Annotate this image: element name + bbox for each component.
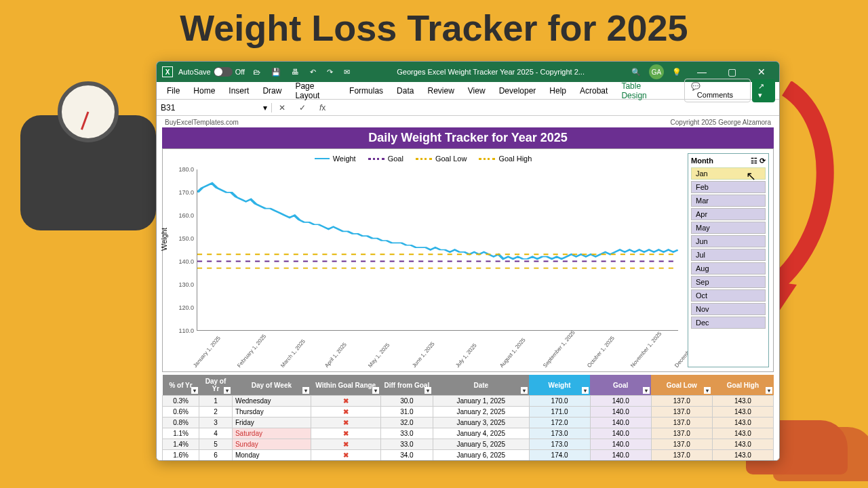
- slicer-title: Month: [691, 157, 713, 165]
- tab-insert[interactable]: Insert: [222, 83, 255, 98]
- y-axis-ticks: 110.0120.0130.0140.0150.0160.0170.0180.0: [175, 169, 195, 331]
- tab-data[interactable]: Data: [391, 83, 420, 98]
- filter-dropdown-icon[interactable]: ▾: [191, 387, 198, 394]
- table-row[interactable]: 1.1%4Saturday✖33.0January 4, 2025173.014…: [163, 428, 774, 439]
- comments-button[interactable]: 💬 Comments: [684, 79, 751, 102]
- month-slicer: Month ☷ ⟳ JanFebMarAprMayJunJulAugSepOct…: [688, 153, 769, 367]
- filter-dropdown-icon[interactable]: ▾: [521, 387, 528, 394]
- table-row[interactable]: 1.6%6Monday✖34.0January 6, 2025174.0140.…: [163, 450, 774, 461]
- tab-help[interactable]: Help: [543, 83, 572, 98]
- slicer-item-may[interactable]: May: [691, 222, 766, 234]
- filter-dropdown-icon[interactable]: ▾: [302, 387, 309, 394]
- copyright-text: Copyright 2025 George Alzamora: [671, 119, 771, 126]
- col-diff[interactable]: Diff from Goal▾: [380, 375, 433, 396]
- slicer-item-jul[interactable]: Jul: [691, 249, 766, 261]
- col-goal[interactable]: Goal▾: [590, 375, 651, 396]
- search-icon[interactable]: 🔍: [629, 66, 644, 78]
- slicer-item-feb[interactable]: Feb: [691, 181, 766, 193]
- clear-filter-icon[interactable]: ⟳: [760, 157, 766, 165]
- redo-icon[interactable]: ↷: [324, 66, 336, 78]
- lightbulb-icon[interactable]: 💡: [669, 66, 684, 78]
- open-icon[interactable]: 🗁: [250, 66, 263, 77]
- data-table: % of Yr▾Day of Yr▾Day of Week▾Within Goa…: [162, 375, 774, 460]
- col-pct[interactable]: % of Yr▾: [163, 375, 199, 396]
- maximize-button[interactable]: ▢: [719, 66, 744, 77]
- excel-window: X AutoSave Off 🗁 💾 🖶 ↶ ↷ ✉ Georges Excel…: [156, 61, 780, 461]
- col-within[interactable]: Within Goal Range▾: [311, 375, 380, 396]
- filter-dropdown-icon[interactable]: ▾: [372, 387, 379, 394]
- slicer-item-mar[interactable]: Mar: [691, 195, 766, 207]
- filter-dropdown-icon[interactable]: ▾: [582, 387, 589, 394]
- autosave-state: Off: [235, 68, 245, 76]
- save-icon[interactable]: 💾: [269, 66, 283, 78]
- chart-legend: Weight Goal Goal Low Goal High: [167, 152, 679, 165]
- send-icon[interactable]: ✉: [341, 66, 353, 78]
- chart-area[interactable]: Weight Goal Goal Low Goal High Weight 11…: [163, 149, 684, 371]
- share-button[interactable]: ↗ ▾: [752, 79, 775, 102]
- slicer-item-sep[interactable]: Sep: [691, 276, 766, 288]
- col-dow[interactable]: Day of Week▾: [232, 375, 311, 396]
- filter-dropdown-icon[interactable]: ▾: [704, 387, 711, 394]
- worksheet[interactable]: BuyExcelTemplates.com Copyright 2025 Geo…: [157, 116, 779, 460]
- cancel-formula-icon[interactable]: ✕: [272, 103, 292, 113]
- name-box[interactable]: B31▾: [157, 103, 272, 113]
- undo-icon[interactable]: ↶: [307, 66, 319, 78]
- slicer-item-aug[interactable]: Aug: [691, 262, 766, 274]
- autosave-label: AutoSave: [178, 68, 211, 76]
- excel-logo-icon: X: [162, 66, 173, 77]
- slicer-item-oct[interactable]: Oct: [691, 289, 766, 302]
- tab-developer[interactable]: Developer: [493, 83, 542, 98]
- slicer-item-dec[interactable]: Dec: [691, 317, 766, 329]
- table-row[interactable]: 0.3%1Wednesday✖30.0January 1, 2025170.01…: [163, 396, 774, 407]
- fx-icon[interactable]: fx: [313, 103, 332, 113]
- hero-title: Weight Loss Tracker for 2025: [0, 7, 868, 49]
- filter-dropdown-icon[interactable]: ▾: [425, 387, 431, 394]
- slicer-item-nov[interactable]: Nov: [691, 303, 766, 315]
- tab-draw[interactable]: Draw: [256, 83, 288, 98]
- tab-formulas[interactable]: Formulas: [343, 83, 389, 98]
- filter-dropdown-icon[interactable]: ▾: [224, 387, 231, 394]
- tab-acrobat[interactable]: Acrobat: [574, 83, 614, 98]
- filter-dropdown-icon[interactable]: ▾: [643, 387, 650, 394]
- tab-view[interactable]: View: [462, 83, 492, 98]
- print-icon[interactable]: 🖶: [289, 66, 302, 77]
- col-weight[interactable]: Weight▾: [529, 375, 590, 396]
- multiselect-icon[interactable]: ☷: [751, 157, 757, 165]
- formula-bar: B31▾ ✕ ✓ fx: [157, 100, 779, 116]
- slicer-item-apr[interactable]: Apr: [691, 208, 766, 220]
- avatar[interactable]: GA: [649, 64, 664, 79]
- scale-illustration: [20, 81, 156, 230]
- filter-dropdown-icon[interactable]: ▾: [766, 387, 772, 394]
- col-day[interactable]: Day of Yr▾: [199, 375, 233, 396]
- chart-title: Daily Weight Tracker for Year 2025: [162, 127, 774, 148]
- y-axis-label: Weight: [160, 228, 168, 251]
- document-title: Georges Excel Weight Tracker Year 2025 -…: [358, 68, 623, 76]
- table-row[interactable]: 0.8%3Friday✖32.0January 3, 2025172.0140.…: [163, 418, 774, 428]
- ribbon-tabs: File Home Insert Draw Page Layout Formul…: [157, 82, 779, 100]
- x-axis-ticks: January 1, 2025February 1, 2025March 1, …: [197, 332, 678, 371]
- slicer-item-jun[interactable]: Jun: [691, 235, 766, 247]
- tab-review[interactable]: Review: [421, 83, 460, 98]
- slicer-item-jan[interactable]: Jan: [691, 167, 766, 180]
- col-date[interactable]: Date▾: [433, 375, 529, 396]
- close-button[interactable]: ✕: [749, 66, 774, 77]
- autosave-toggle[interactable]: [214, 67, 233, 77]
- chart-plot: [197, 169, 678, 331]
- minimize-button[interactable]: —: [690, 66, 714, 77]
- col-high[interactable]: Goal High▾: [712, 375, 773, 396]
- table-row[interactable]: 1.4%5Sunday✖33.0January 5, 2025173.0140.…: [163, 439, 774, 450]
- table-row[interactable]: 0.6%2Thursday✖31.0January 2, 2025171.014…: [163, 407, 774, 418]
- tab-file[interactable]: File: [161, 83, 186, 98]
- site-link: BuyExcelTemplates.com: [165, 119, 239, 126]
- tab-home[interactable]: Home: [187, 83, 221, 98]
- chevron-down-icon: ▾: [263, 103, 267, 113]
- enter-formula-icon[interactable]: ✓: [292, 103, 313, 113]
- col-low[interactable]: Goal Low▾: [651, 375, 712, 396]
